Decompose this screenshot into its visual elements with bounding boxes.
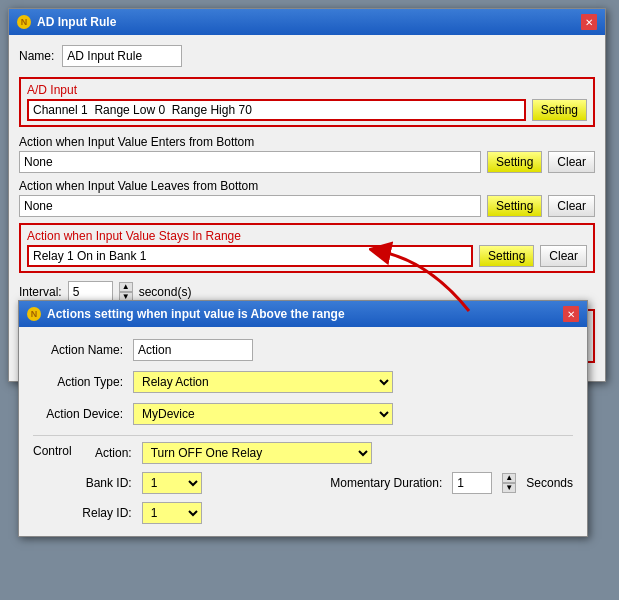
- relay-id-label: Relay ID:: [82, 506, 132, 520]
- control-inner: Action: Turn OFF One Relay Bank ID: 1 Mo…: [82, 442, 573, 524]
- action-enter-bottom-setting-button[interactable]: Setting: [487, 151, 542, 173]
- control-relay-row: Relay ID: 1: [82, 502, 573, 524]
- bank-id-select[interactable]: 1: [142, 472, 202, 494]
- main-close-button[interactable]: ✕: [581, 14, 597, 30]
- action-enter-bottom-label: Action when Input Value Enters from Bott…: [19, 135, 595, 149]
- action-leave-bottom-setting-button[interactable]: Setting: [487, 195, 542, 217]
- control-action-row: Action: Turn OFF One Relay: [82, 442, 573, 464]
- ad-input-section: A/D Input Setting: [19, 77, 595, 127]
- momentary-down-button[interactable]: ▼: [502, 483, 516, 493]
- sub-title-bar: N Actions setting when input value is Ab…: [19, 301, 587, 327]
- main-dialog-icon: N: [17, 15, 31, 29]
- action-stays-range-box: Action when Input Value Stays In Range S…: [19, 223, 595, 273]
- control-action-select[interactable]: Turn OFF One Relay: [142, 442, 372, 464]
- main-dialog-title: AD Input Rule: [37, 15, 116, 29]
- action-leave-bottom-clear-button[interactable]: Clear: [548, 195, 595, 217]
- action-stays-range-setting-button[interactable]: Setting: [479, 245, 534, 267]
- ad-input-label: A/D Input: [27, 83, 587, 97]
- momentary-up-button[interactable]: ▲: [502, 473, 516, 483]
- action-enter-bottom-clear-button[interactable]: Clear: [548, 151, 595, 173]
- ad-input-box: A/D Input Setting: [19, 77, 595, 127]
- name-input[interactable]: [62, 45, 182, 67]
- action-enter-bottom-group: Action when Input Value Enters from Bott…: [19, 135, 595, 173]
- action-leave-bottom-row: Setting Clear: [19, 195, 595, 217]
- ad-setting-button[interactable]: Setting: [532, 99, 587, 121]
- sub-action-type-select[interactable]: Relay Action: [133, 371, 393, 393]
- ad-input-field[interactable]: [27, 99, 526, 121]
- sub-action-device-select[interactable]: MyDevice: [133, 403, 393, 425]
- sub-dialog-icon: N: [27, 307, 41, 321]
- interval-up-button[interactable]: ▲: [119, 282, 133, 292]
- sub-dialog: N Actions setting when input value is Ab…: [18, 300, 588, 537]
- name-label: Name:: [19, 49, 54, 63]
- action-stays-range-label: Action when Input Value Stays In Range: [27, 229, 587, 243]
- ad-input-row: Setting: [27, 99, 587, 121]
- sub-action-type-row: Action Type: Relay Action: [33, 371, 573, 393]
- sub-close-button[interactable]: ✕: [563, 306, 579, 322]
- control-title-label: Control: [33, 444, 72, 458]
- sub-action-name-input[interactable]: [133, 339, 253, 361]
- control-section: Control Action: Turn OFF One Relay Bank …: [33, 435, 573, 524]
- momentary-duration-input[interactable]: [452, 472, 492, 494]
- control-bank-row: Bank ID: 1 Momentary Duration: ▲ ▼ Secon…: [82, 472, 573, 494]
- action-leave-bottom-label: Action when Input Value Leaves from Bott…: [19, 179, 595, 193]
- sub-dialog-body: Action Name: Action Type: Relay Action A…: [19, 327, 587, 536]
- sub-action-device-row: Action Device: MyDevice: [33, 403, 573, 425]
- interval-unit: second(s): [139, 285, 192, 299]
- bank-id-label: Bank ID:: [82, 476, 132, 490]
- action-leave-bottom-group: Action when Input Value Leaves from Bott…: [19, 179, 595, 217]
- control-label-group: Control Action: Turn OFF One Relay Bank …: [33, 442, 573, 524]
- relay-id-select[interactable]: 1: [142, 502, 202, 524]
- action-leave-bottom-input[interactable]: [19, 195, 481, 217]
- action-enter-bottom-input[interactable]: [19, 151, 481, 173]
- action-stays-range-row: Setting Clear: [27, 245, 587, 267]
- sub-action-type-label: Action Type:: [33, 375, 123, 389]
- action-stays-range-group: Action when Input Value Stays In Range S…: [19, 223, 595, 273]
- action-enter-bottom-row: Setting Clear: [19, 151, 595, 173]
- momentary-seconds-label: Seconds: [526, 476, 573, 490]
- action-stays-range-input[interactable]: [27, 245, 473, 267]
- control-action-label: Action:: [82, 446, 132, 460]
- interval-spinner[interactable]: ▲ ▼: [119, 282, 133, 302]
- sub-dialog-title: Actions setting when input value is Abov…: [47, 307, 345, 321]
- sub-action-name-row: Action Name:: [33, 339, 573, 361]
- sub-action-device-label: Action Device:: [33, 407, 123, 421]
- sub-action-name-label: Action Name:: [33, 343, 123, 357]
- name-row: Name:: [19, 45, 595, 67]
- interval-label: Interval:: [19, 285, 62, 299]
- momentary-spinner[interactable]: ▲ ▼: [502, 473, 516, 493]
- main-title-bar: N AD Input Rule ✕: [9, 9, 605, 35]
- action-stays-range-clear-button[interactable]: Clear: [540, 245, 587, 267]
- momentary-duration-label: Momentary Duration:: [330, 476, 442, 490]
